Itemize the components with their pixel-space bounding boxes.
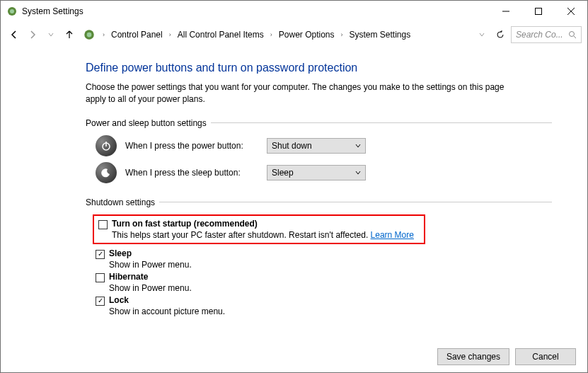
svg-point-8 <box>570 32 575 37</box>
learn-more-link[interactable]: Learn More <box>371 230 414 240</box>
maximize-button[interactable] <box>522 1 555 22</box>
hibernate-desc: Show in Power menu. <box>109 283 552 293</box>
power-icon <box>96 135 117 156</box>
svg-rect-3 <box>536 8 542 15</box>
svg-line-9 <box>574 36 576 38</box>
lock-label: Lock <box>109 295 129 305</box>
titlebar: System Settings <box>1 1 587 22</box>
search-input[interactable]: Search Co... <box>511 26 582 43</box>
close-button[interactable] <box>555 1 587 22</box>
sleep-button-row: When I press the sleep button: Sleep <box>96 162 552 183</box>
chevron-right-icon: › <box>103 31 105 38</box>
recent-dropdown[interactable] <box>43 27 59 42</box>
chevron-right-icon: › <box>340 31 342 38</box>
save-button[interactable]: Save changes <box>437 348 509 365</box>
crumb-power-options[interactable]: Power Options <box>277 28 337 41</box>
page-description: Choose the power settings that you want … <box>86 81 524 105</box>
forward-button[interactable] <box>25 27 40 42</box>
breadcrumb: Control Panel › All Control Panel Items … <box>109 28 471 41</box>
sleep-checkbox[interactable]: ✓ <box>96 250 105 259</box>
address-dropdown[interactable] <box>474 27 490 42</box>
navigation-bar: › Control Panel › All Control Panel Item… <box>1 22 587 47</box>
hibernate-setting: Hibernate Show in Power menu. <box>96 272 552 293</box>
power-sleep-section-label: Power and sleep button settings <box>86 118 552 128</box>
power-button-label: When I press the power button: <box>125 141 267 151</box>
power-button-dropdown[interactable]: Shut down <box>267 138 366 154</box>
power-button-row: When I press the power button: Shut down <box>96 135 552 156</box>
svg-point-7 <box>87 33 92 38</box>
chevron-down-icon <box>355 170 361 176</box>
svg-point-1 <box>10 9 14 13</box>
lock-checkbox[interactable]: ✓ <box>96 297 105 306</box>
chevron-down-icon <box>355 143 361 149</box>
cancel-button[interactable]: Cancel <box>515 348 576 365</box>
fast-startup-highlight: Turn on fast startup (recommended) This … <box>93 214 425 244</box>
footer: Save changes Cancel <box>1 341 587 372</box>
window-title: System Settings <box>22 6 490 16</box>
fast-startup-checkbox[interactable] <box>98 220 108 229</box>
hibernate-checkbox[interactable] <box>96 273 105 282</box>
content-area: Define power buttons and turn on passwor… <box>1 47 587 341</box>
back-button[interactable] <box>6 27 22 42</box>
hibernate-label: Hibernate <box>109 272 148 282</box>
sleep-setting: ✓ Sleep Show in Power menu. <box>96 248 552 270</box>
sleep-button-dropdown[interactable]: Sleep <box>267 165 366 180</box>
shutdown-section-label: Shutdown settings <box>86 197 552 207</box>
chevron-right-icon: › <box>270 31 272 38</box>
chevron-right-icon: › <box>169 31 171 38</box>
fast-startup-desc: This helps start your PC faster after sh… <box>112 230 420 240</box>
crumb-all-items[interactable]: All Control Panel Items <box>175 28 266 41</box>
app-icon <box>6 6 18 17</box>
crumb-system-settings[interactable]: System Settings <box>347 28 413 41</box>
refresh-button[interactable] <box>494 28 507 41</box>
sleep-icon <box>96 162 117 183</box>
fast-startup-label: Turn on fast startup (recommended) <box>112 219 258 229</box>
lock-setting: ✓ Lock Show in account picture menu. <box>96 295 552 316</box>
up-button[interactable] <box>62 27 77 42</box>
sleep-button-label: When I press the sleep button: <box>125 168 267 178</box>
address-icon <box>83 28 96 41</box>
page-heading: Define power buttons and turn on passwor… <box>86 62 552 74</box>
minimize-button[interactable] <box>490 1 522 22</box>
crumb-control-panel[interactable]: Control Panel <box>109 28 165 41</box>
sleep-label: Sleep <box>109 248 132 258</box>
search-icon <box>568 30 577 39</box>
lock-desc: Show in account picture menu. <box>109 306 552 316</box>
sleep-desc: Show in Power menu. <box>109 260 552 270</box>
